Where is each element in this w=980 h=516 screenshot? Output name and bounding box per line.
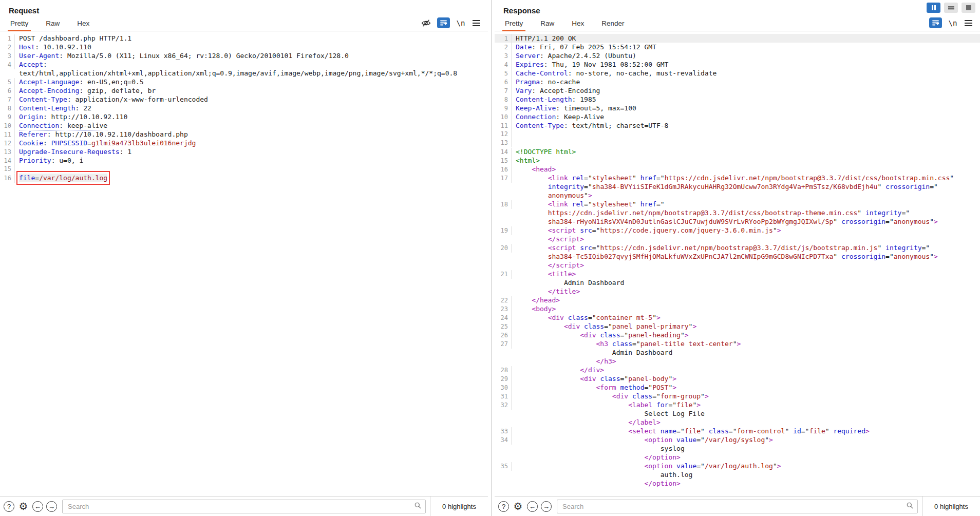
previous-match-button[interactable]: ← — [32, 501, 43, 512]
search-input[interactable] — [67, 502, 414, 511]
code-line: 32 <label for="file"> — [495, 400, 980, 409]
selected-parameter: file=/var/log/auth.log — [19, 174, 107, 182]
tab-pretty[interactable]: Pretty — [503, 17, 524, 31]
line-number: 20 — [495, 244, 512, 253]
code-line: </script> — [495, 235, 980, 243]
code-line: 16 <head> — [495, 165, 980, 174]
code-line: 28 </div> — [495, 366, 980, 374]
code-line: 11Referer: http://10.10.92.110/dashboard… — [0, 130, 488, 139]
line-number: 19 — [495, 226, 512, 235]
hide-matches-eye-icon[interactable] — [421, 18, 431, 28]
code-line: 13 — [495, 139, 980, 147]
editor-menu-icon[interactable] — [964, 18, 973, 28]
editor-menu-icon[interactable] — [472, 18, 481, 28]
code-line: 17 <link rel="stylesheet" href="https://… — [495, 174, 980, 182]
line-number: 5 — [0, 78, 15, 87]
code-line: </option> — [495, 453, 980, 462]
line-number: 14 — [495, 148, 512, 157]
message-editor-panes: Request Pretty Raw Hex \n 1POST /dashboa… — [0, 0, 980, 516]
line-number: 24 — [495, 314, 512, 322]
code-line: 19 <script src="https://code.jquery.com/… — [495, 226, 980, 235]
window-controls — [927, 3, 975, 13]
code-line: 15 — [0, 165, 488, 174]
layout-single-button[interactable] — [962, 3, 975, 13]
tab-raw[interactable]: Raw — [44, 17, 61, 31]
response-findbar: ? ⚙ ← → 0 highlights — [495, 496, 980, 516]
line-number: 10 — [0, 122, 15, 130]
line-number: 22 — [495, 296, 512, 305]
tab-pretty[interactable]: Pretty — [9, 17, 30, 31]
code-line: Admin Dashboard — [495, 348, 980, 357]
request-editor[interactable]: 1POST /dashboard.php HTTP/1.12Host: 10.1… — [0, 31, 488, 496]
code-line: Admin Dashboard — [495, 278, 980, 287]
search-input[interactable] — [561, 502, 907, 511]
pause-updates-button[interactable] — [927, 3, 940, 13]
tab-raw[interactable]: Raw — [539, 17, 556, 31]
tab-render[interactable]: Render — [600, 17, 626, 31]
pretty-print-icon[interactable] — [929, 17, 942, 28]
code-line: Select Log File — [495, 409, 980, 418]
request-editor-icons: \n — [421, 17, 481, 31]
help-icon[interactable]: ? — [4, 501, 14, 512]
line-number: 4 — [495, 61, 512, 69]
code-line: 9Keep-Alive: timeout=5, max=100 — [495, 104, 980, 112]
line-number: 28 — [495, 366, 512, 375]
tab-hex[interactable]: Hex — [76, 17, 91, 31]
code-line: syslog — [495, 444, 980, 453]
settings-gear-icon[interactable]: ⚙ — [17, 501, 29, 512]
line-number: 1 — [0, 34, 15, 43]
code-line: 11Content-Type: text/html; charset=UTF-8 — [495, 121, 980, 130]
code-line: 31 <div class="form-group"> — [495, 392, 980, 400]
line-number: 14 — [0, 157, 15, 165]
search-box — [62, 500, 426, 513]
help-icon[interactable]: ? — [498, 501, 509, 512]
line-number: 32 — [495, 401, 512, 410]
highlights-count: 0 highlights — [430, 503, 488, 510]
line-number: 7 — [495, 87, 512, 95]
code-line: 24 <div class="container mt-5"> — [495, 313, 980, 322]
code-line: 7Vary: Accept-Encoding — [495, 86, 980, 95]
pane-splitter[interactable] — [488, 0, 495, 516]
search-box — [557, 500, 918, 513]
line-number: 2 — [495, 43, 512, 52]
code-line: anonymous"> — [495, 191, 980, 200]
newline-toggle-icon[interactable]: \n — [456, 18, 465, 28]
code-line: 9Origin: http://10.10.92.110 — [0, 112, 488, 121]
line-number: 33 — [495, 427, 512, 436]
line-number: 7 — [0, 95, 15, 104]
next-match-button[interactable]: → — [541, 501, 552, 512]
code-line: </option> — [495, 479, 980, 488]
code-line: 2Date: Fri, 07 Feb 2025 15:54:12 GMT — [495, 43, 980, 51]
code-line: 15<html> — [495, 156, 980, 165]
line-number: 8 — [0, 104, 15, 113]
code-line: 3User-Agent: Mozilla/5.0 (X11; Linux x86… — [0, 51, 488, 60]
code-line: 23 <body> — [495, 304, 980, 313]
tab-hex[interactable]: Hex — [570, 17, 586, 31]
code-line: 14<!DOCTYPE html> — [495, 147, 980, 156]
code-line: 21 <title> — [495, 270, 980, 278]
code-line: 30 <form method="POST"> — [495, 383, 980, 392]
line-number: 31 — [495, 392, 512, 401]
line-number: 15 — [0, 165, 15, 174]
layout-rows-button[interactable] — [944, 3, 958, 13]
previous-match-button[interactable]: ← — [527, 501, 538, 512]
next-match-button[interactable]: → — [46, 501, 57, 512]
code-line: 13Upgrade-Insecure-Requests: 1 — [0, 147, 488, 156]
line-number: 15 — [495, 157, 512, 165]
code-line: sha384-rHyoN1iRsVXV4nD0JutlnGaslCJuC7uwj… — [495, 217, 980, 226]
response-editor-icons: \n — [929, 17, 973, 31]
settings-gear-icon[interactable]: ⚙ — [512, 501, 524, 512]
line-number: 11 — [495, 122, 512, 130]
pretty-print-icon[interactable] — [437, 17, 450, 28]
line-number: 12 — [495, 130, 512, 139]
code-line: 22 </head> — [495, 296, 980, 304]
code-line: 10Connection: keep-alive — [0, 121, 488, 130]
line-number: 35 — [495, 462, 512, 471]
newline-toggle-icon[interactable]: \n — [948, 18, 957, 28]
request-title: Request — [0, 0, 488, 16]
code-line: </label> — [495, 418, 980, 427]
line-number: 29 — [495, 375, 512, 384]
code-line: 29 <div class="panel-body"> — [495, 374, 980, 383]
line-number: 27 — [495, 340, 512, 349]
code-line: 4Accept: — [0, 60, 488, 69]
